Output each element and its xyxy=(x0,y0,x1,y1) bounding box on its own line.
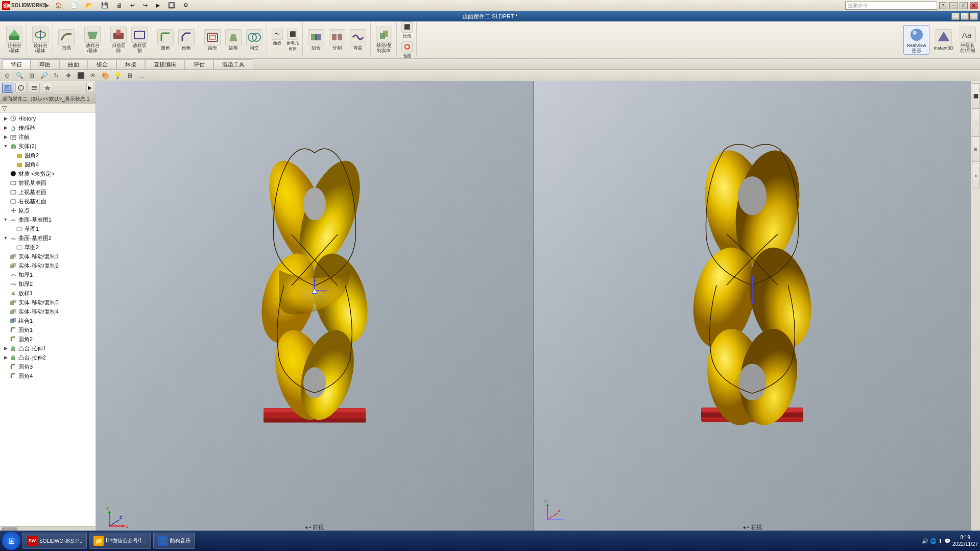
btn-view-orient[interactable]: ⊙ xyxy=(2,71,12,80)
tree-item-move1[interactable]: ▶ 实体-移动/复制1 xyxy=(0,252,95,261)
menu-undo[interactable]: ↩ xyxy=(126,1,139,10)
right-sidebar-btn2[interactable]: ⬜ xyxy=(972,110,980,135)
taskbar-app-folder[interactable]: 📁 H:\微信公众号\1... xyxy=(89,533,151,549)
btn-hide-show[interactable]: 👁 xyxy=(88,71,98,80)
btn-move-copy[interactable]: 移动/复制实体 xyxy=(374,26,394,55)
right-sidebar-btn4[interactable]: ≡ xyxy=(972,163,980,188)
tree-item-move4[interactable]: ▶ 实体-移动/复制4 xyxy=(0,307,95,316)
menu-file[interactable]: 🏠 xyxy=(51,1,66,10)
tree-item-thicken1[interactable]: ▶ 加厚1 xyxy=(0,270,95,279)
menu-new[interactable]: 📄 xyxy=(66,1,82,10)
tab-render[interactable]: 渲染工具 xyxy=(213,59,253,69)
minimize-btn[interactable]: — xyxy=(949,2,958,9)
taskbar-app-music[interactable]: 🎵 酷狗音乐 xyxy=(153,533,195,549)
btn-extrude-cut[interactable]: 扫描切除 xyxy=(108,26,129,55)
btn-combine[interactable]: 组合 xyxy=(306,28,326,52)
menu-save[interactable]: 💾 xyxy=(97,1,112,10)
title-restore[interactable]: ❐ xyxy=(961,13,969,20)
btn-boss-extrude[interactable]: 拉伸台/基体 xyxy=(4,26,25,55)
tree-item-history[interactable]: ▶ History xyxy=(0,114,95,123)
btn-realview[interactable]: RealView图形 xyxy=(903,25,930,55)
tree-item-thicken2[interactable]: ▶ 加厚2 xyxy=(0,279,95,289)
tree-item-surface2[interactable]: ▼ 曲面-基准图2 xyxy=(0,233,95,243)
btn-boundary[interactable]: 放样切割 xyxy=(129,26,150,55)
taskbar-app-solidworks[interactable]: SW SOLIDWORKS P... xyxy=(22,533,87,549)
start-button[interactable]: ⊞ xyxy=(2,532,20,550)
menu-print[interactable]: 🖨 xyxy=(112,1,126,10)
btn-intersect[interactable]: 相交 xyxy=(244,28,265,52)
tree-item-material[interactable]: ▶ M 材质 <未指定> xyxy=(0,169,95,178)
tree-item-right-plane[interactable]: ▶ 右视基准面 xyxy=(0,197,95,206)
btn-multi-body[interactable]: ⬛ 参考几何体 xyxy=(285,28,300,53)
menu-options[interactable]: ⚙ xyxy=(179,1,193,10)
tab-sheet-metal[interactable]: 钣金 xyxy=(88,59,116,69)
tree-item-fillet4c[interactable]: ▶ 圆角4 xyxy=(0,371,95,380)
viewport-front[interactable]: X Y Z ● • 前视 xyxy=(96,81,534,541)
btn-scale[interactable]: ⬛ 比例 xyxy=(400,20,414,40)
btn-zoom-to-fit[interactable]: ⊞ xyxy=(27,71,37,80)
panel-btn-config[interactable] xyxy=(29,83,40,93)
tree-item-annotations[interactable]: ▶ 注解 xyxy=(0,132,95,141)
tree-item-front-plane[interactable]: ▶ 前视基准面 xyxy=(0,178,95,187)
tree-item-fillet2c[interactable]: ▶ 圆角2 xyxy=(0,334,95,344)
viewport-right[interactable]: Z Y X ● • 右视 xyxy=(534,81,971,541)
command-search[interactable]: 搜索命令 xyxy=(845,2,937,10)
tree-item-fillet4[interactable]: ▶ 圆角4 xyxy=(0,160,95,169)
tree-item-sketch2[interactable]: ▶ 草图2 xyxy=(0,243,95,252)
btn-fillet[interactable]: 圆角 xyxy=(155,28,176,52)
menu-redo[interactable]: ↪ xyxy=(139,1,152,10)
btn-split[interactable]: 分割 xyxy=(327,28,347,52)
btn-instant3d[interactable]: Instant3D xyxy=(931,28,955,52)
btn-zoom-select[interactable]: 🔎 xyxy=(39,71,49,80)
panel-expand-btn[interactable]: ▶ xyxy=(86,83,93,93)
btn-more[interactable]: … xyxy=(137,71,147,80)
btn-curve[interactable]: 〜 曲线 xyxy=(270,28,284,53)
tree-item-surface1[interactable]: ▼ 曲面-基准图1 xyxy=(0,215,95,224)
tab-surface[interactable]: 曲面 xyxy=(59,59,88,69)
panel-btn-feature[interactable] xyxy=(2,83,13,93)
close-btn[interactable]: ✕ xyxy=(970,2,978,9)
btn-pan[interactable]: ✥ xyxy=(63,71,74,80)
title-minimize[interactable]: — xyxy=(951,13,960,20)
btn-loft[interactable]: 放样台/基体 xyxy=(82,26,103,55)
right-sidebar-btn1[interactable]: ⬛ xyxy=(972,83,980,109)
btn-revolve[interactable]: 旋转台/基体 xyxy=(30,26,51,55)
panel-btn-property[interactable]: i xyxy=(15,83,27,93)
tree-item-sketch1[interactable]: ▶ 草图1 xyxy=(0,224,95,233)
btn-flex[interactable]: 弯曲 xyxy=(348,28,368,52)
btn-view-prev[interactable]: 🔍 xyxy=(14,71,25,80)
help-btn[interactable]: ? xyxy=(939,2,947,9)
tree-item-move2[interactable]: ▶ 实体-移动/复制2 xyxy=(0,261,95,270)
btn-sweep[interactable]: 扫描 xyxy=(56,28,77,52)
tab-sketch[interactable]: 草图 xyxy=(31,59,59,69)
tree-item-boss-loft1[interactable]: ▶ 凸台-拉伸1 xyxy=(0,344,95,353)
tree-item-top-plane[interactable]: ▶ 上视基准面 xyxy=(0,187,95,197)
tab-weld[interactable]: 焊接 xyxy=(116,59,145,69)
tab-evaluate[interactable]: 评估 xyxy=(185,59,213,69)
menu-build[interactable]: 🔲 xyxy=(164,1,179,10)
btn-shell[interactable]: 抽壳 xyxy=(202,28,223,52)
right-sidebar-btn3[interactable]: ⊞ xyxy=(972,136,980,162)
tree-item-sensors[interactable]: ▶ 传感器 xyxy=(0,123,95,132)
btn-apply-scene[interactable]: 💡 xyxy=(112,71,123,80)
btn-feature-name[interactable]: Aa 特征名前/后缀 xyxy=(958,26,978,55)
btn-rotate[interactable]: ↻ xyxy=(51,71,61,80)
tree-item-solid-bodies[interactable]: ▼ 实体(2) xyxy=(0,141,95,151)
btn-view-setting[interactable]: 🖥 xyxy=(125,71,135,80)
tab-direct-edit[interactable]: 直接编辑 xyxy=(145,59,185,69)
btn-chamfer[interactable]: 倒角 xyxy=(176,28,197,52)
btn-wrap[interactable]: ⭕ 包覆 xyxy=(400,40,414,60)
tab-feature[interactable]: 特征 xyxy=(2,59,31,69)
btn-edit-appearance[interactable]: 🎨 xyxy=(100,71,110,80)
panel-btn-custom[interactable] xyxy=(42,83,53,93)
tree-item-boss-loft2[interactable]: ▶ 凸台-拉伸2 xyxy=(0,353,95,362)
maximize-btn[interactable]: □ xyxy=(960,2,968,9)
tree-item-fillet2[interactable]: ▶ 圆角2 xyxy=(0,151,95,160)
menu-open[interactable]: 📂 xyxy=(82,1,97,10)
tree-item-combine1[interactable]: ▶ 组合1 xyxy=(0,316,95,325)
btn-display-mode[interactable]: ⬛ xyxy=(76,71,86,80)
title-close[interactable]: ✕ xyxy=(970,13,978,20)
tree-item-fillet1[interactable]: ▶ 圆角1 xyxy=(0,325,95,334)
tree-item-fillet3[interactable]: ▶ 圆角3 xyxy=(0,362,95,371)
btn-draft[interactable]: 拔模 xyxy=(223,28,244,52)
